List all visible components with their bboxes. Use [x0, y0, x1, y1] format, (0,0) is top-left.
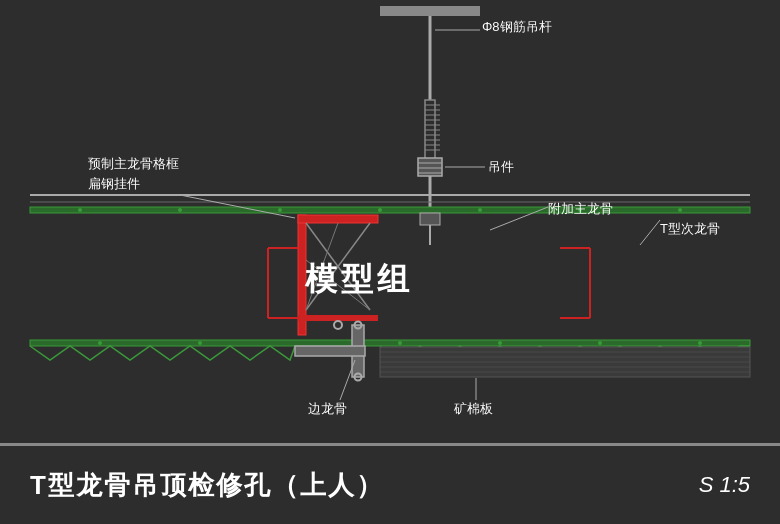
svg-rect-22	[30, 207, 750, 213]
label-model-group: 模型组	[305, 258, 413, 302]
svg-point-29	[678, 208, 682, 212]
svg-point-43	[398, 341, 402, 345]
svg-rect-54	[295, 346, 365, 356]
svg-point-27	[478, 208, 482, 212]
title-area: T型龙骨吊顶检修孔（上人） S 1:5	[0, 444, 780, 524]
svg-point-45	[598, 341, 602, 345]
canvas-area: Φ8钢筋吊杆 吊件 预制主龙骨格框 扁钢挂件 附加主龙骨 T型次龙骨 模型组 边…	[0, 0, 780, 524]
svg-rect-33	[298, 215, 378, 223]
svg-point-46	[698, 341, 702, 345]
svg-point-25	[278, 208, 282, 212]
svg-point-41	[98, 341, 102, 345]
label-t-secondary-keel: T型次龙骨	[660, 220, 720, 238]
label-phi8-rod: Φ8钢筋吊杆	[482, 18, 552, 36]
svg-rect-19	[380, 6, 480, 16]
svg-point-26	[378, 208, 382, 212]
label-main-keel-frame: 预制主龙骨格框	[88, 155, 179, 173]
label-mineral-wool: 矿棉板	[454, 400, 493, 418]
main-title: T型龙骨吊顶检修孔（上人）	[30, 468, 384, 503]
label-hanger: 吊件	[488, 158, 514, 176]
svg-point-23	[78, 208, 82, 212]
label-flat-steel: 扁钢挂件	[88, 175, 140, 193]
svg-point-42	[198, 341, 202, 345]
scale-text: S 1:5	[699, 472, 750, 498]
svg-rect-30	[420, 213, 440, 225]
svg-point-44	[498, 341, 502, 345]
label-additional-keel: 附加主龙骨	[548, 200, 613, 218]
svg-rect-40	[30, 340, 750, 346]
svg-point-24	[178, 208, 182, 212]
label-edge-keel: 边龙骨	[308, 400, 347, 418]
